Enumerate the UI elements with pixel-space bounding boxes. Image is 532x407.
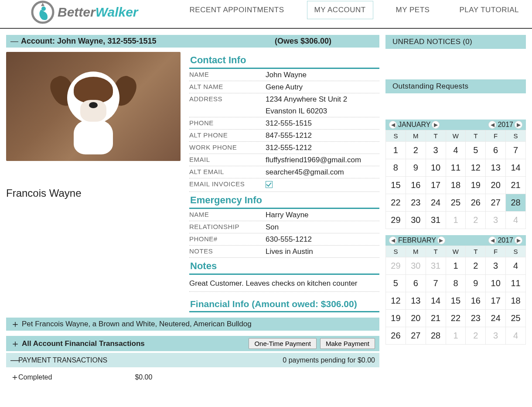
- calendar-day[interactable]: 31: [426, 212, 446, 229]
- calendar-day[interactable]: 16: [406, 177, 426, 194]
- calendar-day[interactable]: 2: [406, 142, 426, 159]
- calendar-day[interactable]: 15: [386, 177, 406, 194]
- calendar-day[interactable]: 3: [486, 257, 506, 275]
- value-em-notes[interactable]: Lives in Austin: [266, 247, 379, 256]
- calendar-day[interactable]: 7: [426, 275, 446, 292]
- calendar-day[interactable]: 31: [426, 257, 446, 275]
- calendar-day[interactable]: 13: [486, 159, 506, 177]
- payment-transactions-bar[interactable]: — PAYMENT TRANSACTIONS 0 payments pendin…: [6, 353, 379, 367]
- calendar-day[interactable]: 6: [486, 142, 506, 159]
- transactions-panel[interactable]: ＋ All Account Financial Transactions One…: [6, 336, 379, 351]
- calendar-day[interactable]: 15: [446, 292, 466, 310]
- calendar-day[interactable]: 4: [506, 327, 526, 345]
- calendar-day[interactable]: 29: [386, 257, 406, 275]
- calendar-day[interactable]: 3: [426, 142, 446, 159]
- calendar-day[interactable]: 7: [506, 142, 526, 159]
- collapse-icon[interactable]: —: [10, 37, 18, 46]
- calendar-day[interactable]: 12: [466, 159, 486, 177]
- calendar-day[interactable]: 27: [486, 194, 506, 212]
- nav-recent-appointments[interactable]: RECENT APPOINTMENTS: [183, 1, 291, 19]
- calendar-day[interactable]: 6: [406, 275, 426, 292]
- calendar-day[interactable]: 26: [386, 327, 406, 345]
- chevron-right-icon[interactable]: ▶: [432, 121, 440, 129]
- calendar-day[interactable]: 25: [506, 310, 526, 327]
- chevron-right-icon[interactable]: ▶: [515, 121, 522, 129]
- brand-logo[interactable]: BetterWalker: [31, 0, 138, 24]
- value-phone[interactable]: 312-555-1515: [266, 119, 379, 128]
- calendar-day[interactable]: 10: [426, 159, 446, 177]
- calendar-day[interactable]: 21: [426, 310, 446, 327]
- value-name[interactable]: John Wayne: [266, 71, 379, 79]
- chevron-right-icon[interactable]: ▶: [437, 236, 445, 244]
- calendar-day[interactable]: 14: [426, 292, 446, 310]
- calendar-day[interactable]: 9: [466, 275, 486, 292]
- completed-row[interactable]: ＋ Completed $0.00: [6, 369, 379, 385]
- notes-text[interactable]: Great Customer. Leaves checks on kitchen…: [189, 275, 379, 292]
- calendar-day[interactable]: 2: [466, 212, 486, 229]
- calendar-day[interactable]: 23: [406, 194, 426, 212]
- calendar-day[interactable]: 8: [446, 275, 466, 292]
- email-invoices-checkbox[interactable]: [266, 181, 273, 188]
- calendar-day[interactable]: 1: [446, 257, 466, 275]
- plus-icon[interactable]: ＋: [10, 341, 18, 347]
- calendar-day[interactable]: 3: [486, 212, 506, 229]
- chevron-left-icon[interactable]: ◀: [389, 121, 397, 129]
- nav-my-pets[interactable]: MY PETS: [389, 1, 437, 19]
- calendar-day[interactable]: 4: [506, 257, 526, 275]
- calendar-day[interactable]: 28: [426, 327, 446, 345]
- calendar-day[interactable]: 24: [486, 310, 506, 327]
- calendar-day[interactable]: 13: [406, 292, 426, 310]
- value-em-name[interactable]: Harry Wayne: [266, 211, 379, 219]
- calendar-day[interactable]: 3: [486, 327, 506, 345]
- value-alt-phone[interactable]: 847-555-1212: [266, 131, 379, 140]
- calendar-day[interactable]: 25: [446, 194, 466, 212]
- calendar-day[interactable]: 24: [426, 194, 446, 212]
- value-email[interactable]: fluffysfriend1969@gmail.com: [266, 156, 379, 164]
- chevron-left-icon[interactable]: ◀: [389, 236, 397, 244]
- calendar-day[interactable]: 4: [506, 212, 526, 229]
- calendar-day[interactable]: 26: [466, 194, 486, 212]
- value-work-phone[interactable]: 312-555-1212: [266, 144, 379, 152]
- unread-notices-banner[interactable]: UNREAD NOTICES (0): [385, 35, 526, 49]
- make-payment-button[interactable]: Make Payment: [320, 338, 375, 349]
- calendar-day[interactable]: 30: [406, 257, 426, 275]
- calendar-day[interactable]: 19: [386, 310, 406, 327]
- calendar-day[interactable]: 21: [506, 177, 526, 194]
- value-alt-email[interactable]: searcher45@gmail.com: [266, 168, 379, 177]
- value-em-phone[interactable]: 630-555-1212: [266, 235, 379, 244]
- calendar-day[interactable]: 4: [446, 142, 466, 159]
- calendar-day[interactable]: 10: [486, 275, 506, 292]
- calendar-day[interactable]: 17: [486, 292, 506, 310]
- calendar-day[interactable]: 8: [386, 159, 406, 177]
- calendar-day[interactable]: 12: [386, 292, 406, 310]
- calendar-day[interactable]: 23: [466, 310, 486, 327]
- calendar-day[interactable]: 5: [386, 275, 406, 292]
- calendar-day[interactable]: 28: [506, 194, 526, 212]
- nav-my-account[interactable]: MY ACCOUNT: [307, 1, 373, 19]
- calendar-day[interactable]: 22: [446, 310, 466, 327]
- calendar-day[interactable]: 14: [506, 159, 526, 177]
- calendar-day[interactable]: 20: [406, 310, 426, 327]
- calendar-day[interactable]: 19: [466, 177, 486, 194]
- calendar-day[interactable]: 9: [406, 159, 426, 177]
- calendar-day[interactable]: 18: [506, 292, 526, 310]
- calendar-day[interactable]: 5: [466, 142, 486, 159]
- calendar-day[interactable]: 1: [446, 327, 466, 345]
- value-address-2[interactable]: Evanston IL 60203: [266, 107, 379, 116]
- plus-icon[interactable]: ＋: [10, 321, 18, 327]
- chevron-left-icon[interactable]: ◀: [488, 236, 496, 244]
- chevron-left-icon[interactable]: ◀: [488, 121, 496, 129]
- plus-icon[interactable]: ＋: [10, 371, 18, 383]
- calendar-day[interactable]: 11: [446, 159, 466, 177]
- chevron-right-icon[interactable]: ▶: [515, 236, 522, 244]
- calendar-day[interactable]: 18: [446, 177, 466, 194]
- pet-panel[interactable]: ＋ Pet Francois Wayne, a Brown and White,…: [6, 318, 379, 331]
- calendar-day[interactable]: 27: [406, 327, 426, 345]
- outstanding-requests-banner[interactable]: Outstanding Requests: [385, 79, 526, 93]
- value-address-1[interactable]: 1234 Anywhere St Unit 2: [266, 95, 379, 104]
- value-em-rel[interactable]: Son: [266, 223, 379, 232]
- value-alt-name[interactable]: Gene Autry: [266, 83, 379, 92]
- calendar-day[interactable]: 2: [466, 327, 486, 345]
- calendar-day[interactable]: 2: [466, 257, 486, 275]
- calendar-day[interactable]: 16: [466, 292, 486, 310]
